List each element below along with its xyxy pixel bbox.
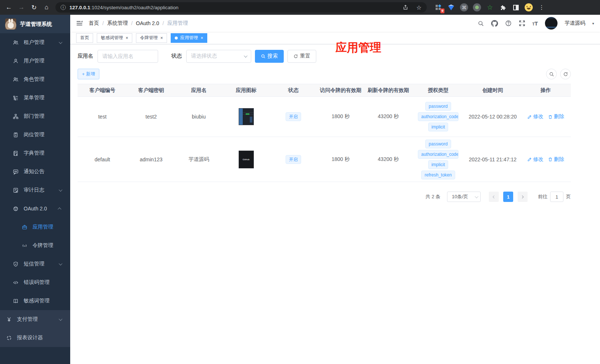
close-icon[interactable]: × bbox=[201, 36, 203, 40]
sidebar-item-label: 菜单管理 bbox=[24, 95, 44, 101]
extensions-puzzle-icon[interactable] bbox=[498, 3, 508, 12]
sidebar-item-notice[interactable]: 通知公告 bbox=[0, 162, 70, 181]
close-icon[interactable]: × bbox=[160, 36, 163, 40]
sidebar-item-user[interactable]: 用户管理 bbox=[0, 52, 70, 70]
edit-button[interactable]: 修改 bbox=[527, 113, 543, 120]
extension-record-icon[interactable] bbox=[472, 3, 482, 12]
col-client-secret: 客户端密钥 bbox=[127, 87, 175, 94]
extension-star-icon[interactable]: ☆ bbox=[485, 3, 495, 12]
user-menu-caret-icon[interactable]: ▾ bbox=[592, 21, 594, 25]
tab-sensitive-word[interactable]: 敏感词管理 × bbox=[97, 33, 132, 43]
browser-forward-button[interactable]: → bbox=[16, 2, 27, 13]
cell-client-secret: admin123 bbox=[127, 157, 175, 162]
address-bar[interactable]: i 127.0.0.1:1024/system/oauth2/oauth2/ap… bbox=[55, 2, 427, 13]
sidebar-item-oauth2[interactable]: OAuth 2.0 bbox=[0, 199, 70, 218]
grant-type-tag: authorization_code bbox=[418, 150, 458, 159]
browser-chrome: ← → ↻ ⌂ i 127.0.0.1:1024/system/oauth2/o… bbox=[0, 0, 600, 15]
extension-command-icon[interactable]: ⌘ bbox=[459, 3, 469, 12]
fullscreen-icon[interactable] bbox=[519, 20, 525, 27]
code-icon bbox=[13, 279, 19, 286]
page-size-select[interactable]: 10条/页 bbox=[447, 192, 481, 202]
browser-home-button[interactable]: ⌂ bbox=[41, 2, 52, 13]
breadcrumb-home[interactable]: 首页 bbox=[89, 20, 99, 27]
sidebar-item-label: 支付管理 bbox=[17, 316, 38, 323]
svg-text:a: a bbox=[24, 244, 25, 247]
toggle-search-button[interactable] bbox=[546, 69, 557, 79]
header-search-icon[interactable] bbox=[478, 20, 484, 27]
browser-menu-icon[interactable]: ⋮ bbox=[537, 3, 546, 12]
github-icon[interactable] bbox=[491, 20, 498, 27]
extension-gem-icon[interactable] bbox=[446, 3, 456, 12]
status-select[interactable]: 请选择状态 bbox=[186, 50, 251, 63]
breadcrumb-system[interactable]: 系统管理 bbox=[107, 20, 128, 27]
bookmark-star-icon[interactable]: ☆ bbox=[416, 4, 422, 11]
grant-type-tag: password bbox=[425, 102, 451, 111]
grant-type-tags: password authorization_code implicit ref… bbox=[412, 140, 464, 179]
search-icon bbox=[261, 54, 266, 59]
next-page-button[interactable] bbox=[518, 192, 528, 202]
tab-application[interactable]: 应用管理 × bbox=[171, 33, 207, 43]
reset-button[interactable]: 重置 bbox=[287, 50, 316, 63]
sidebar-item-payment[interactable]: 支付管理 bbox=[0, 310, 70, 329]
user-name[interactable]: 芋道源码 bbox=[565, 20, 585, 27]
edit-button[interactable]: 修改 bbox=[527, 156, 543, 163]
table-row: default admin123 芋道源码 GitHub 开启 1800 秒 4… bbox=[78, 137, 571, 182]
cell-client-id: default bbox=[78, 157, 127, 162]
sidebar-item-post[interactable]: 岗位管理 bbox=[0, 126, 70, 144]
font-size-icon[interactable]: TT bbox=[532, 20, 538, 27]
browser-back-button[interactable]: ← bbox=[3, 2, 15, 13]
breadcrumb-oauth[interactable]: OAuth 2.0 bbox=[136, 20, 159, 26]
tab-label: 应用管理 bbox=[180, 35, 198, 41]
delete-button[interactable]: 删除 bbox=[548, 156, 564, 163]
profile-avatar[interactable] bbox=[524, 3, 533, 12]
refresh-icon bbox=[293, 54, 298, 59]
tab-token[interactable]: 令牌管理 × bbox=[136, 33, 167, 43]
sidebar-item-report-designer[interactable]: 报表设计器 bbox=[0, 329, 70, 347]
help-icon[interactable] bbox=[505, 20, 512, 27]
sidebar-collapse-icon[interactable] bbox=[76, 20, 83, 26]
tab-home[interactable]: 首页 bbox=[76, 33, 93, 43]
add-button[interactable]: + 新增 bbox=[78, 69, 99, 79]
sidebar-item-tenant[interactable]: 租户管理 bbox=[0, 33, 70, 52]
sidebar-item-dict[interactable]: 字典管理 bbox=[0, 144, 70, 162]
page-jumper-input[interactable] bbox=[550, 192, 563, 202]
sidebar-item-oauth2-token[interactable]: a 令牌管理 bbox=[0, 236, 70, 255]
delete-label: 删除 bbox=[554, 113, 564, 120]
tags-view-bar: 首页 敏感词管理 × 令牌管理 × 应用管理 × bbox=[70, 32, 600, 44]
chevron-down-icon bbox=[475, 195, 478, 198]
filter-form: 应用名 状态 请选择状态 搜索 重置 bbox=[78, 49, 571, 63]
browser-reload-button[interactable]: ↻ bbox=[28, 2, 40, 13]
extension-split-icon[interactable] bbox=[511, 3, 521, 12]
cell-created-time: 2022-05-11 21:47:12 bbox=[464, 157, 521, 162]
page-number-current[interactable]: 1 bbox=[503, 192, 513, 202]
col-grant-types: 授权类型 bbox=[412, 87, 464, 94]
col-access-ttl: 访问令牌的有效期 bbox=[317, 87, 364, 94]
signal-token-icon: a bbox=[21, 243, 28, 249]
app-logo-bar[interactable]: 芋道管理系统 bbox=[0, 15, 70, 33]
sidebar-item-audit-log[interactable]: 审计日志 bbox=[0, 181, 70, 199]
refresh-table-button[interactable] bbox=[560, 69, 571, 79]
app-name-input[interactable] bbox=[98, 50, 158, 63]
prev-page-button[interactable] bbox=[489, 192, 499, 202]
sidebar-item-oauth2-application[interactable]: 应用管理 bbox=[0, 218, 70, 236]
status-badge: 开启 bbox=[286, 155, 301, 164]
chevron-down-icon bbox=[59, 40, 62, 44]
site-info-icon[interactable]: i bbox=[61, 5, 66, 10]
search-button[interactable]: 搜索 bbox=[255, 50, 284, 63]
close-icon[interactable]: × bbox=[126, 36, 128, 40]
delete-button[interactable]: 删除 bbox=[548, 113, 564, 120]
users-icon bbox=[13, 40, 19, 46]
sidebar-item-menu[interactable]: 菜单管理 bbox=[0, 89, 70, 107]
user-avatar[interactable] bbox=[545, 17, 558, 30]
sidebar-item-error-code[interactable]: 错误码管理 bbox=[0, 273, 70, 292]
extension-grid-icon[interactable]: 9 bbox=[433, 3, 443, 12]
sidebar-item-label: OAuth 2.0 bbox=[24, 206, 47, 212]
col-app-name: 应用名 bbox=[175, 87, 222, 94]
sidebar-item-dept[interactable]: 部门管理 bbox=[0, 107, 70, 126]
sidebar-item-sms[interactable]: 短信管理 bbox=[0, 255, 70, 273]
table-row: test test2 biubiu 开启 1800 秒 43200 秒 pass… bbox=[78, 97, 571, 137]
share-icon[interactable] bbox=[403, 4, 408, 10]
sidebar-item-sensitive-word[interactable]: 敏感词管理 bbox=[0, 292, 70, 310]
sidebar-item-role[interactable]: 角色管理 bbox=[0, 70, 70, 89]
cell-client-id: test bbox=[78, 114, 127, 120]
